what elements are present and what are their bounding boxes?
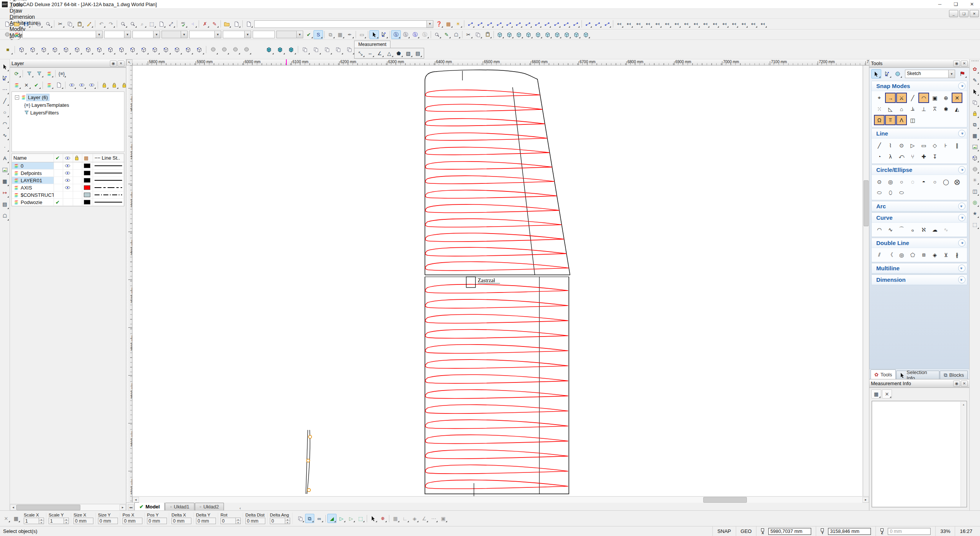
pen-tool-button[interactable]: ✒ [345,30,354,39]
measure-distance-button[interactable]: ⇔ [365,49,375,58]
layer-row-Podwozie[interactable]: Podwozie✔ [12,199,124,206]
prim-torus-button[interactable] [94,44,105,55]
layer-visible-cell[interactable] [63,177,73,184]
lock-toggle-button[interactable] [109,80,119,90]
layer-linestyle-cell[interactable] [93,199,124,206]
layer-tree-root[interactable]: −Layer (6) [13,93,123,101]
dim-angle-button[interactable]: ↤ [691,20,701,28]
prim-wedge-button[interactable] [60,44,72,55]
snap-point-button[interactable] [593,20,602,28]
dim-quick-button[interactable]: ↤ [739,20,748,28]
col-linestyle[interactable]: −− Line St.. [93,154,124,162]
field-value[interactable]: 0 mm [147,518,167,524]
chevron-down-icon[interactable]: ▼ [426,21,433,28]
ellipse-fixed-ratio-button[interactable]: ⬭ [896,188,907,198]
select-button[interactable] [369,30,379,39]
chevron-down-icon[interactable]: ▼ [296,31,303,38]
scroll-left-icon[interactable]: ◂ [132,497,139,503]
doc-restore-button[interactable]: ❏ [959,10,969,17]
layer-color-cell[interactable] [82,199,93,206]
snap-tangent-button[interactable] [583,20,593,28]
snap-divide-button[interactable] [602,20,612,28]
coord-y-value[interactable]: 3158,846 mm [828,528,871,535]
image-frame-button[interactable] [970,142,980,152]
layer-visible-cell[interactable] [63,191,73,198]
layer-lock-cell[interactable] [73,177,82,184]
image-button[interactable] [0,164,10,175]
layer-name[interactable]: AXIS [12,184,54,191]
copy-radial-button[interactable] [322,44,333,55]
curve-sketch-button[interactable]: ∿ [941,224,951,235]
facet-render-2-button[interactable] [219,44,230,55]
layer-new-button[interactable] [11,80,21,90]
track-toggle-button[interactable]: ⋯ [429,514,438,523]
box-3d-1-button[interactable] [495,30,505,39]
collapse-icon[interactable]: « [958,166,965,173]
pin-icon[interactable]: ◉ [953,60,960,67]
draw-flag-button[interactable] [957,69,967,78]
snap-perpendicular-button[interactable] [532,20,542,28]
world-button[interactable] [893,69,903,78]
unlock-all-button[interactable] [99,80,109,90]
measurement-list-scrollbar[interactable]: ▴ [960,402,966,507]
field-value[interactable]: 1 [49,518,64,524]
ellipse-rotated-button[interactable]: ⬯ [885,188,896,198]
expand-icon[interactable]: » [958,276,965,283]
layer-linestyle-cell[interactable] [93,191,124,198]
snap-divide-y-button[interactable]: ⊥ [918,104,929,114]
point-button[interactable]: · [0,141,10,152]
restore-button[interactable]: ❏ [948,0,964,8]
layer-active-cell[interactable] [54,177,63,184]
section-header[interactable]: Arc» [872,201,967,211]
dyn-toggle-button[interactable]: ▣ [439,514,448,523]
layer-name[interactable]: 0 [12,162,54,169]
dim-tolerance-button[interactable]: ↤ [748,20,758,28]
spinner[interactable]: ▲▼ [39,518,44,524]
prim-hemisphere-button[interactable] [49,44,60,55]
minimize-button[interactable]: ─ [932,0,948,8]
zoom-dynamic-button[interactable]: ⌕ [137,20,147,28]
hatch-button[interactable]: ▦ [0,176,10,187]
layer-row-LAYER01[interactable]: LAYER01 [12,177,124,184]
line-style-combo[interactable]: ▼ [189,31,221,38]
snap-arc-button[interactable] [552,20,561,28]
frame-tool-button[interactable]: ▦ [335,30,345,39]
camera-button[interactable]: ☖ [0,210,10,221]
print-button[interactable] [34,20,43,28]
transform-frame-button[interactable]: ⬚ [970,219,980,230]
layer-linestyle-cell[interactable] [93,184,124,191]
tree-expander-icon[interactable]: − [15,95,19,100]
box-3d-4-button[interactable] [524,30,533,39]
chevron-down-icon[interactable]: ▼ [153,31,160,38]
collapse-icon[interactable]: « [958,239,965,247]
snap-radial-button[interactable]: ✱ [941,104,951,114]
selection-table-button[interactable]: ▦ [11,514,21,523]
section-header[interactable]: Line« [872,129,967,139]
pick-points-button[interactable]: ⁖ [188,20,198,28]
dline-polygon-button[interactable]: ⬠ [907,250,918,260]
color-combo[interactable]: ▼ [104,31,131,38]
circle-3-point-button[interactable]: ◌ [907,176,918,187]
layer-row-$CONSTRUCTION[interactable]: $CONSTRUCTION [12,191,124,199]
line-rectangle-button[interactable]: ▭ [918,140,929,150]
canvas-vscrollbar[interactable] [863,65,869,496]
wireframe-sphere-button[interactable] [2,30,12,39]
bezier-button[interactable]: ∿ [0,130,10,141]
spinner[interactable]: ▲▼ [285,518,290,524]
copy-matrix-button[interactable] [299,44,310,55]
box-3d-9-button[interactable] [572,30,581,39]
prim-slab-button[interactable] [160,44,172,55]
sel-group-button[interactable]: Ⓢ [410,30,420,39]
prim-sphere-button[interactable] [38,44,49,55]
layer-row-AXIS[interactable]: AXIS [12,184,124,191]
line-polyline-button[interactable]: ⌇ [885,140,896,150]
dim-continuous-button[interactable]: ↤ [662,20,672,28]
ruler-origin-button[interactable]: ↖ [126,59,132,65]
layer-palette-hscrollbar[interactable]: ◂ ▸ [10,504,126,510]
measure-table-button[interactable]: ▤ [413,49,423,58]
layer-properties-button[interactable] [54,80,64,90]
delete-entry-button[interactable]: ✕ [882,389,892,399]
prim-node-box-button[interactable] [27,44,38,55]
box-3d-8-button[interactable] [562,30,572,39]
pen-ok-button[interactable]: ✔ [304,30,314,39]
